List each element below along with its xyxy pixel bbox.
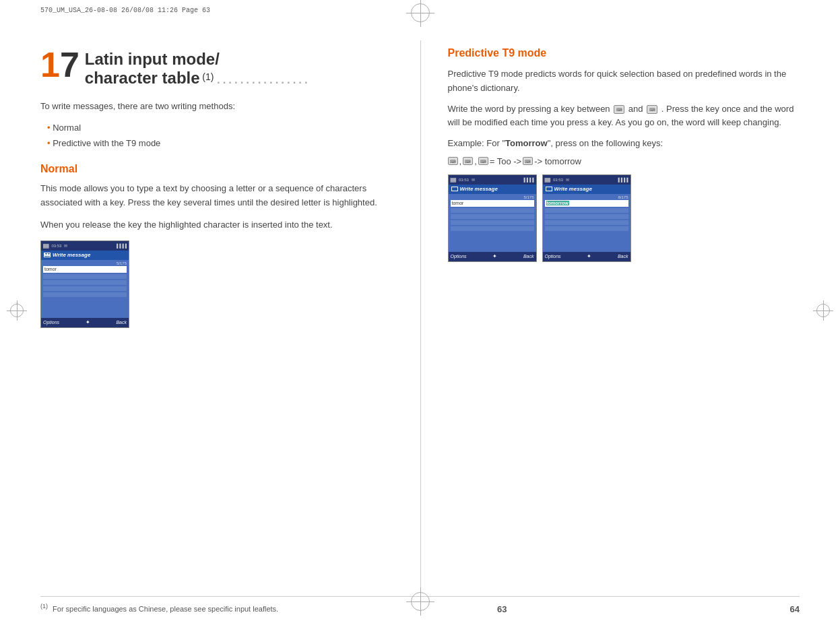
phone2-footer: Options ✦ Back [543,252,631,261]
p1-empty-3 [451,220,534,225]
key-seq-key4: ⌨ [523,157,533,165]
phone-counter-normal: 5/175 [43,261,127,265]
phone-screenshot-1: ▓▓ 03:53 ✉ ▐▐▐▐ Write message 5/175 tom [448,174,537,262]
title-line1-text: Latin input mode/ [85,50,220,68]
chapter-title-line1: Latin input mode/ [85,50,310,69]
phone-text-input-normal: tomor [43,266,127,273]
footnote-super: (1) [40,603,48,610]
page-info: 570_UM_USA_26-08-08 26/08/08 11:26 Page … [40,7,210,14]
phone1-time: 03:53 [459,178,469,182]
footnote-area: (1) For specific languages as Chinese, p… [40,602,278,614]
phone1-text-content: tomor [452,201,464,205]
phone2-title: Write message [554,186,592,192]
phone2-status-left: ▓▓ 03:53 ✉ [545,177,569,182]
p1-empty-2 [451,214,534,219]
para2-and: and [628,104,643,114]
phone-empty-line-4 [43,292,127,297]
main-content: 1 7 Latin input mode/ character table (1… [0,40,840,596]
footnote-text: For specific languages as Chinese, pleas… [53,605,278,613]
phone1-footer: Options ✦ Back [449,252,536,261]
bullet-label-2: Predictive with the T9 mode [53,138,160,148]
p1-empty-4 [451,226,534,231]
key-seq-comma1: , [459,156,462,166]
normal-heading: Normal [40,163,393,175]
time-display: 03:53 [51,244,61,248]
phone-empty-line-3 [43,286,127,291]
phone2-empty-lines [545,208,628,251]
bottom-reg-mark [411,592,430,611]
top-registration-area: 570_UM_USA_26-08-08 26/08/08 11:26 Page … [0,0,840,40]
chapter-number-block: 1 7 [40,47,79,82]
title-dots: ................ [216,69,310,87]
phone2-battery-icon: ▓▓ [545,178,551,182]
chapter-heading: 1 7 Latin input mode/ character table (1… [40,47,393,88]
phone-empty-lines-normal [43,274,127,317]
bullet-item-1: • Normal [47,120,393,135]
phone-envelope-icon-normal [44,253,51,257]
key-seq-key1: ⌨ [448,157,458,165]
phone-empty-line-1 [43,274,127,279]
phone-status-left: ▓▓ 03:53 ✉ [43,243,67,248]
phone1-statusbar: ▓▓ 03:53 ✉ ▐▐▐▐ [449,175,536,185]
t9-para1: Predictive T9 mode predicts words for qu… [448,67,800,96]
battery-icon: ▓▓ [43,244,49,248]
phone-footer-normal: Options ✦ Back [41,318,129,327]
phone2-options-left: Options [545,254,561,259]
phone2-text-input: tomorrow [545,200,628,207]
key-seq-arrow: -> tomorrow [534,156,581,166]
example-intro: Example: For " [448,138,506,148]
phone2-counter: 8/175 [545,195,628,199]
phone1-battery-icon: ▓▓ [451,178,457,182]
phone2-titlebar: Write message [543,185,631,194]
phone1-body: 5/175 tomor [449,194,536,252]
left-column: 1 7 Latin input mode/ character table (1… [40,40,420,596]
t9-para2: Write the word by pressing a key between… [448,102,800,131]
phone1-status-left: ▓▓ 03:53 ✉ [451,177,475,182]
phone1-options-right: Back [523,254,534,259]
phone-titlebar-normal: Write message [41,251,129,260]
example-end: ", press on the following keys: [548,138,664,148]
phone-empty-line-2 [43,280,127,285]
bullet-label-1: Normal [53,123,81,133]
phone2-text-content: tomorrow [546,201,569,205]
phone-input-text: tomor [44,267,57,271]
title-superscript: (1) [202,71,214,82]
phone1-options-left: Options [451,254,467,259]
page-number-right: 64 [790,604,800,614]
phone-pair: ▓▓ 03:53 ✉ ▐▐▐▐ Write message 5/175 tom [448,174,800,262]
phone-statusbar-normal: ▓▓ 03:53 ✉ ▐▐▐▐ [41,241,129,251]
key-seq-equals: = Too -> [490,156,521,166]
example-intro-text: Example: For "Tomorrow", press on the fo… [448,137,800,151]
normal-para2: When you release the key the highlighted… [40,218,393,232]
bullet-list: • Normal • Predictive with the T9 mode [47,120,393,152]
p2-empty-2 [545,214,628,219]
normal-para1: This mode allows you to type a text by c… [40,182,393,210]
right-column: Predictive T9 mode Predictive T9 mode pr… [420,40,800,596]
key-seq-comma2: , [474,156,477,166]
phone1-nav: ✦ [492,253,497,259]
title-line2-text: character table [85,69,200,87]
left-reg-mark [10,304,24,317]
phone1-text-input: tomor [451,200,534,207]
left-reg-circle [10,304,24,317]
phone-title-normal: Write message [53,252,90,258]
phone2-time: 03:53 [553,178,563,182]
phone1-titlebar: Write message [449,185,536,194]
chapter-number-7: 7 [60,47,79,82]
t9-heading: Predictive T9 mode [448,47,800,59]
reg-circle-bottom [411,592,430,611]
p2-empty-4 [545,226,628,231]
chapter-number-1: 1 [40,47,60,82]
phone2-nav: ✦ [587,253,591,259]
bullet-item-2: • Predictive with the T9 mode [47,135,393,151]
phone-signal-normal: ▐▐▐▐ [115,244,127,248]
phone-screenshot-2: ▓▓ 03:53 ✉ ▐▐▐▐ Write message 8/175 tom [542,174,631,262]
phone1-title: Write message [460,186,498,192]
phone2-statusbar: ▓▓ 03:53 ✉ ▐▐▐▐ [543,175,631,185]
phone1-signal: ▐▐▐▐ [522,178,534,182]
example-word: Tomorrow [505,138,548,148]
envelope-icon: ✉ [64,244,67,248]
reg-circle-top [411,3,430,22]
phone1-envelope-icon: ✉ [472,178,475,182]
phone1-counter: 5/175 [451,195,534,199]
